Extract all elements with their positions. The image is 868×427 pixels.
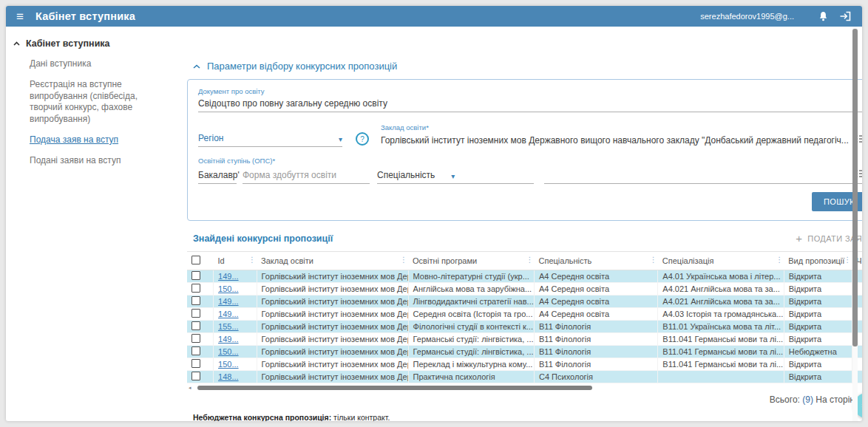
cell-specialization: В11.041 Германські мови та лі...: [658, 346, 784, 358]
results-table-zone: Id⋮Заклад освіти⋮Освітні програми⋮Спеціа…: [187, 251, 862, 391]
table-row[interactable]: 149...Горлівський інститут іноземних мов…: [187, 308, 862, 321]
sidebar-item-2[interactable]: Реєстрація на вступне випробування (спів…: [30, 79, 179, 126]
cell-specialty: А4 Середня освіта: [535, 283, 658, 296]
cell-specialty: А4 Середня освіта: [535, 296, 658, 308]
education-form-field[interactable]: Форма здобуття освіти: [243, 170, 370, 184]
proposal-id-link[interactable]: 148...: [218, 372, 239, 381]
table-row[interactable]: 149...Горлівський інститут іноземних мов…: [187, 270, 862, 283]
submit-application-button[interactable]: + ПОДАТИ ЗАЯВУ: [791, 232, 862, 245]
logout-icon[interactable]: [839, 10, 852, 22]
institution-field-label: Заклад освіти*: [381, 123, 862, 131]
sidebar-item-3[interactable]: Подача заяв на вступ: [30, 134, 179, 146]
row-checkbox[interactable]: [191, 372, 200, 380]
table-row[interactable]: 155...Горлівський інститут іноземних мов…: [187, 321, 862, 333]
document-field[interactable]: Документ про освіту Свідоцтво про повну …: [198, 87, 862, 112]
horizontal-scrollbar[interactable]: ◂ ▸: [187, 384, 862, 391]
cell-institution: Горлівський інститут іноземних мов Дер..…: [257, 283, 408, 296]
row-checkbox-cell: [187, 333, 214, 346]
app-window: ≡ Кабінет вступника serezhafedorov1995@g…: [6, 6, 862, 421]
region-field[interactable]: Регіон ▾: [198, 133, 342, 147]
total-label: Всього:: [770, 394, 800, 405]
degree-field-value: Бакалавр': [198, 170, 240, 180]
cell-institution: Горлівський інститут іноземних мов Дер..…: [257, 346, 408, 358]
row-checkbox[interactable]: [191, 334, 200, 343]
institution-field[interactable]: Заклад освіти* Горлівський інститут іноз…: [381, 123, 862, 147]
table-row[interactable]: 150...Горлівський інститут іноземних мов…: [187, 358, 862, 371]
horizontal-scrollbar-thumb[interactable]: [197, 386, 592, 390]
column-header-3: Освітні програми⋮: [408, 252, 534, 270]
scroll-left-icon[interactable]: ◂: [187, 385, 193, 390]
cell-institution: Горлівський інститут іноземних мов Дер..…: [257, 296, 408, 308]
cell-type: Відкрита: [784, 371, 852, 383]
table-row[interactable]: 149...Горлівський інститут іноземних мов…: [187, 296, 862, 308]
specialization-field[interactable]: [544, 168, 862, 184]
document-field-value: Свідоцтво про повну загальну середню осв…: [198, 98, 387, 109]
cell-specialty: А4 Середня освіта: [535, 308, 658, 321]
column-menu-icon[interactable]: ⋮: [776, 256, 783, 264]
proposal-id-link[interactable]: 150...: [218, 360, 239, 369]
column-menu-icon[interactable]: ⋮: [526, 256, 534, 264]
column-header-label: Освітні програми: [413, 256, 477, 265]
cell-type: Відкрита: [784, 308, 852, 321]
specialty-field[interactable]: Спеціальність ▾: [377, 170, 534, 184]
table-row[interactable]: 150...Горлівський інститут іноземних мов…: [187, 283, 862, 296]
sidebar-section-toggle[interactable]: Кабінет вступника: [13, 38, 179, 49]
proposal-id-link[interactable]: 149...: [218, 335, 239, 344]
cell-program: Германські студії: лінгвістика, ...: [408, 346, 534, 358]
row-checkbox[interactable]: [191, 346, 200, 355]
column-header-label: Id: [218, 256, 225, 265]
user-email: serezhafedorov1995@g...: [700, 12, 794, 21]
app-title: Кабінет вступника: [35, 10, 135, 22]
proposal-id-link[interactable]: 149...: [218, 297, 239, 306]
row-checkbox[interactable]: [191, 321, 200, 330]
proposal-id-link[interactable]: 150...: [218, 284, 239, 293]
degree-field[interactable]: Бакалавр': [198, 170, 237, 184]
help-icon[interactable]: ?: [356, 132, 369, 146]
table-row[interactable]: 149...Горлівський інститут іноземних мов…: [187, 333, 862, 346]
filter-panel-toggle[interactable]: Параметри відбору конкурсних пропозицій: [193, 61, 862, 72]
sidebar-item-1[interactable]: Дані вступника: [30, 58, 179, 70]
select-all-header[interactable]: [187, 252, 214, 270]
column-menu-icon[interactable]: ⋮: [400, 256, 407, 264]
column-menu-icon[interactable]: ⋮: [650, 256, 657, 264]
column-header-6: Вид пропозиції⋮: [784, 252, 852, 270]
vertical-scrollbar[interactable]: [852, 27, 858, 421]
region-field-value: Регіон: [198, 133, 224, 143]
row-checkbox[interactable]: [191, 296, 200, 305]
chevron-down-icon[interactable]: ▾: [339, 136, 342, 143]
proposal-id-link[interactable]: 155...: [218, 322, 239, 331]
cell-specialization: В11.01 Українська мова та літ...: [658, 321, 784, 333]
cell-specialty: В11 Філологія: [535, 346, 658, 358]
table-row[interactable]: 148...Горлівський інститут іноземних мов…: [187, 371, 862, 383]
row-checkbox[interactable]: [191, 271, 200, 280]
cell-type: Відкрита: [784, 321, 852, 333]
cell-id: 149...: [214, 270, 257, 283]
row-checkbox[interactable]: [191, 359, 200, 368]
row-checkbox-cell: [187, 346, 214, 358]
proposal-id-link[interactable]: 150...: [218, 347, 239, 356]
column-header-label: Вид пропозиції: [788, 256, 844, 265]
content-area: Кабінет вступника Дані вступникаРеєстрац…: [6, 27, 862, 421]
cell-institution: Горлівський інститут іноземних мов Дер..…: [257, 308, 408, 321]
notifications-bell-icon[interactable]: [818, 10, 829, 22]
proposal-id-link[interactable]: 149...: [218, 310, 239, 318]
sidebar: Кабінет вступника Дані вступникаРеєстрац…: [6, 27, 179, 421]
hamburger-menu-icon[interactable]: ≡: [16, 10, 24, 23]
column-header-2: Заклад освіти⋮: [257, 252, 408, 270]
column-menu-icon[interactable]: ⋮: [248, 256, 256, 264]
row-checkbox[interactable]: [191, 284, 200, 293]
row-checkbox-cell: [187, 371, 214, 383]
vertical-scrollbar-thumb[interactable]: [852, 29, 858, 346]
cell-id: 149...: [214, 333, 257, 346]
results-title: Знайдені конкурсні пропозиції: [193, 233, 333, 244]
pagination-totals: Всього: (9) На сторінці: (9): [187, 394, 862, 405]
proposal-id-link[interactable]: 149...: [218, 272, 239, 281]
sidebar-item-4[interactable]: Подані заяви на вступ: [30, 155, 179, 167]
cell-specialty: В11 Філологія: [535, 321, 658, 333]
row-checkbox[interactable]: [191, 309, 200, 318]
column-menu-icon[interactable]: ⋮: [844, 256, 851, 264]
table-row[interactable]: 150...Горлівський інститут іноземних мов…: [187, 346, 862, 358]
cell-type: Відкрита: [784, 270, 852, 283]
chevron-down-icon[interactable]: ▾: [451, 173, 455, 180]
select-all-checkbox[interactable]: [191, 256, 200, 264]
